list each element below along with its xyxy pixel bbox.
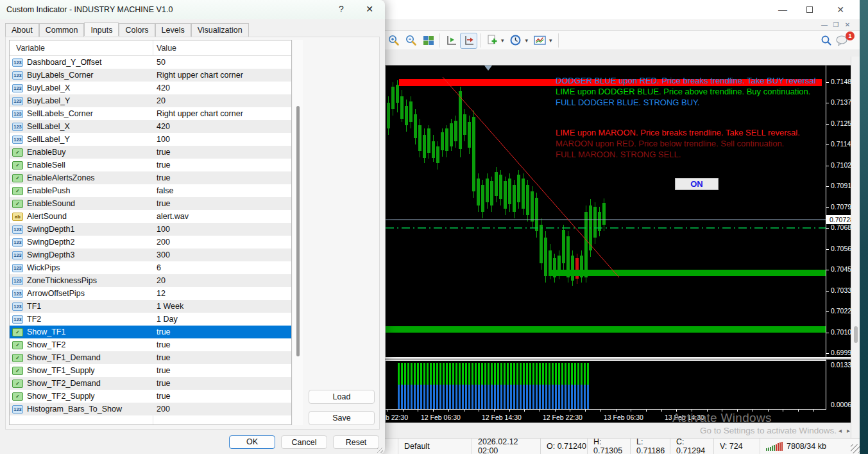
histogram-blue-segment [558, 385, 560, 409]
chart-plot-area[interactable]: DODGER BLUE upon RED. Price breaks trend… [386, 65, 826, 357]
histogram-green-segment [587, 363, 589, 385]
dialog-close-button[interactable]: ✕ [361, 4, 379, 14]
tab-levels[interactable]: Levels [155, 23, 191, 37]
histogram-bar [577, 363, 579, 409]
histogram-green-segment [411, 363, 413, 385]
indicator-on-button[interactable]: ON [675, 178, 719, 190]
dialog-resize-grip[interactable] [377, 448, 383, 453]
histogram-green-segment [465, 363, 467, 385]
scroll-right-arrow[interactable]: ▸ [847, 427, 850, 434]
network-bar [770, 447, 771, 451]
table-row[interactable]: 123SwingDepth3300 [10, 249, 291, 261]
timeframe-button[interactable] [507, 33, 525, 49]
mdi-restore-button[interactable]: ❐ [830, 20, 842, 30]
cancel-button[interactable]: Cancel [281, 435, 327, 449]
table-row[interactable]: ✓EnableSoundtrue [10, 197, 291, 210]
price-label: 0.71255 [831, 119, 851, 127]
param-value: true [157, 366, 171, 375]
vertical-scrollbar-thumb[interactable] [854, 326, 858, 343]
param-value: true [157, 340, 171, 349]
mdi-minimize-button[interactable]: — [819, 20, 830, 30]
table-row[interactable]: 123SellLabels_CornerRight upper chart co… [10, 107, 291, 120]
histogram-green-segment [523, 363, 525, 385]
mdi-close-button[interactable]: ✕ [842, 20, 853, 30]
histogram-green-segment [430, 363, 432, 385]
dialog-help-button[interactable]: ? [334, 4, 349, 14]
tab-common[interactable]: Common [39, 23, 85, 37]
table-row[interactable]: 123TF21 Day [10, 313, 291, 326]
table-row[interactable]: 123BuyLabel_X420 [10, 82, 291, 94]
tab-about[interactable]: About [5, 23, 39, 37]
table-row[interactable]: ✓EnableBuytrue [10, 146, 291, 159]
table-row[interactable]: ✓Show_TF1true [10, 326, 291, 338]
table-row[interactable]: 123Dashboard_Y_Offset50 [10, 56, 291, 69]
ok-button[interactable]: OK [229, 435, 275, 449]
table-row[interactable]: 123SwingDepth1100 [10, 223, 291, 236]
window-close-button[interactable]: ✕ [826, 0, 855, 19]
dialog-titlebar[interactable]: Custom Indicator - INDUSTRY MACHINE V1.0… [0, 0, 385, 19]
window-maximize-button[interactable] [796, 0, 824, 19]
search-button[interactable] [819, 33, 834, 48]
indicator-subwindow[interactable] [386, 361, 826, 410]
histogram-blue-segment [574, 385, 576, 409]
status-item: 2026.02.12 02:00 [472, 439, 540, 454]
table-row[interactable]: 123ZoneThicknessPips20 [10, 274, 291, 287]
window-minimize-button[interactable]: — [769, 0, 797, 19]
template-button[interactable] [531, 33, 549, 49]
table-row[interactable]: ✓Show_TF1_Supplytrue [10, 364, 291, 377]
histogram-blue-segment [523, 385, 525, 409]
window-resize-grip[interactable] [851, 444, 860, 453]
table-row[interactable]: 123SellLabel_X420 [10, 120, 291, 133]
auto-scroll-button[interactable] [443, 33, 460, 49]
histogram-green-segment [549, 363, 550, 385]
int-type-icon: 123 [12, 238, 23, 247]
add-indicator-button[interactable] [483, 33, 500, 49]
price-tick [826, 103, 829, 103]
timeframe-dropdown[interactable]: ▾ [525, 37, 529, 44]
table-row[interactable]: ✓Show_TF2true [10, 338, 291, 351]
table-row[interactable]: 123SwingDepth2200 [10, 236, 291, 249]
table-row[interactable]: ✓EnablePushfalse [10, 184, 291, 197]
param-name: BuyLabel_Y [27, 96, 70, 105]
chart-shift-button[interactable] [460, 33, 477, 49]
table-row[interactable]: ✓EnableSelltrue [10, 159, 291, 171]
table-row[interactable]: ✓EnableAlertsZonestrue [10, 171, 291, 184]
scroll-left-arrow[interactable]: ◂ [838, 427, 842, 434]
subwindow-separator[interactable] [384, 357, 851, 360]
table-row[interactable]: ✓Show_TF2_Supplytrue [10, 390, 291, 403]
tab-inputs[interactable]: Inputs [84, 22, 119, 36]
time-axis[interactable]: b 22:3012 Feb 06:3012 Feb 14:3012 Feb 22… [386, 410, 851, 423]
histogram-bar [433, 363, 435, 409]
histogram-blue-segment [462, 385, 464, 409]
dialog-scrollbar[interactable] [293, 40, 303, 425]
add-indicator-dropdown[interactable]: ▾ [501, 37, 504, 44]
table-row[interactable]: 123ArrowOffsetPips12 [10, 287, 291, 300]
table-row[interactable]: abAlertSoundalert.wav [10, 210, 291, 223]
zoom-in-button[interactable] [385, 33, 402, 49]
table-row[interactable]: ✓Show_TF2_Demandtrue [10, 377, 291, 390]
vertical-scrollbar[interactable] [851, 57, 860, 438]
histogram-bar [565, 363, 566, 409]
load-button[interactable]: Load [309, 390, 375, 404]
save-button[interactable]: Save [309, 411, 375, 425]
time-label: 12 Feb 22:30 [543, 414, 583, 421]
time-tick [631, 410, 631, 412]
reset-button[interactable]: Reset [333, 435, 379, 449]
tile-windows-button[interactable] [420, 33, 437, 49]
param-value: Right upper chart corner [157, 109, 243, 118]
table-row[interactable]: 123BuyLabel_Y20 [10, 94, 291, 107]
tab-colors[interactable]: Colors [119, 23, 155, 37]
zoom-out-button[interactable] [402, 33, 420, 49]
table-row[interactable]: 123WickPips6 [10, 261, 291, 274]
table-row[interactable]: 123BuyLabels_CornerRight upper chart cor… [10, 69, 291, 82]
dialog-scrollbar-thumb[interactable] [296, 106, 300, 356]
histogram-blue-segment [565, 385, 566, 409]
table-row[interactable]: 123SellLabel_Y100 [10, 133, 291, 146]
template-dropdown[interactable]: ▾ [549, 37, 552, 44]
table-row[interactable]: 123Histogram_Bars_To_Show200 [10, 403, 291, 415]
tab-visualization[interactable]: Visualization [191, 23, 249, 37]
histogram-blue-segment [484, 385, 486, 409]
histogram-bar [417, 363, 419, 409]
table-row[interactable]: 123TF11 Week [10, 300, 291, 313]
table-row[interactable]: ✓Show_TF1_Demandtrue [10, 351, 291, 364]
